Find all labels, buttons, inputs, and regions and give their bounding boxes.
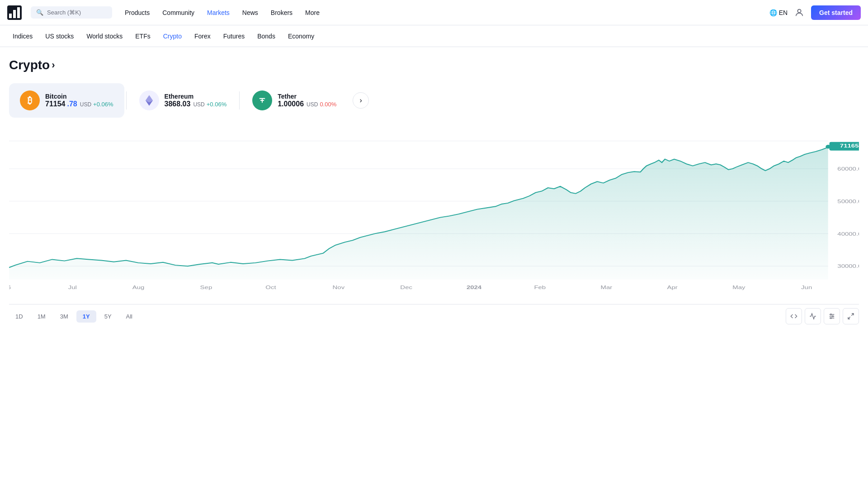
bitcoin-price: 71154.78 USD +0.06% xyxy=(45,100,113,108)
svg-text:6: 6 xyxy=(9,284,11,290)
bitcoin-price-main: 71154 xyxy=(45,100,66,108)
svg-line-42 xyxy=(848,317,850,319)
svg-line-41 xyxy=(851,314,854,316)
nav-community[interactable]: Community xyxy=(157,6,200,19)
tether-icon xyxy=(252,90,272,110)
cards-next-button[interactable]: › xyxy=(353,92,369,109)
chart-type-button[interactable] xyxy=(805,308,821,324)
nav-brokers[interactable]: Brokers xyxy=(265,6,298,19)
lang-label: EN xyxy=(779,9,788,16)
svg-text:Sep: Sep xyxy=(200,284,212,290)
page-title-text: Crypto xyxy=(9,58,50,72)
nav-markets[interactable]: Markets xyxy=(202,6,235,19)
nav-items: Products Community Markets News Brokers … xyxy=(119,6,766,19)
subnav-futures[interactable]: Futures xyxy=(218,30,250,43)
nav-news[interactable]: News xyxy=(237,6,264,19)
bitcoin-change: +0.06% xyxy=(93,101,113,108)
tether-name: Tether xyxy=(278,93,336,100)
chart-container: 71165.34 60000.00 50000.00 40000.00 3000… xyxy=(9,127,859,299)
ethereum-icon xyxy=(139,90,159,110)
page-title-arrow: › xyxy=(52,59,55,71)
subnav-crypto[interactable]: Crypto xyxy=(158,30,187,43)
svg-text:60000.00: 60000.00 xyxy=(837,166,859,172)
svg-text:71165.34: 71165.34 xyxy=(840,143,859,149)
svg-text:Mar: Mar xyxy=(601,284,613,290)
tether-price: 1.00006 USD 0.00% xyxy=(278,100,336,108)
svg-rect-1 xyxy=(9,14,12,18)
svg-text:May: May xyxy=(732,284,745,290)
bitcoin-price-decimal: .78 xyxy=(67,100,77,108)
svg-text:40000.00: 40000.00 xyxy=(837,231,859,237)
ethereum-info: Ethereum 3868.03 USD +0.06% xyxy=(165,93,227,108)
svg-point-38 xyxy=(830,314,832,315)
ethereum-change: +0.06% xyxy=(207,101,226,108)
tether-change: 0.00% xyxy=(320,101,336,108)
tether-info: Tether 1.00006 USD 0.00% xyxy=(278,93,336,108)
subnav-world-stocks[interactable]: World stocks xyxy=(81,30,128,43)
ethereum-price-main: 3868.03 xyxy=(165,100,191,108)
svg-rect-2 xyxy=(13,10,16,18)
svg-text:Apr: Apr xyxy=(667,284,678,290)
nav-more[interactable]: More xyxy=(300,6,325,19)
chart-tools xyxy=(786,308,859,324)
settings-button[interactable] xyxy=(824,308,840,324)
embed-button[interactable] xyxy=(786,308,802,324)
crypto-card-ethereum[interactable]: Ethereum 3868.03 USD +0.06% xyxy=(128,83,238,118)
ethereum-currency: USD xyxy=(193,101,204,108)
tether-currency: USD xyxy=(307,101,318,108)
search-box[interactable]: 🔍 Search (⌘K) xyxy=(31,6,112,19)
crypto-card-tether[interactable]: Tether 1.00006 USD 0.00% xyxy=(241,83,347,118)
ethereum-name: Ethereum xyxy=(165,93,227,100)
crypto-cards-container: ₿ Bitcoin 71154.78 USD +0.06% Ethereum xyxy=(9,83,859,118)
subnav-economy[interactable]: Economy xyxy=(283,30,320,43)
subnav-us-stocks[interactable]: US stocks xyxy=(40,30,79,43)
svg-point-40 xyxy=(830,318,832,319)
svg-text:Jun: Jun xyxy=(801,284,812,290)
page-title[interactable]: Crypto › xyxy=(9,58,859,72)
time-1d[interactable]: 1D xyxy=(9,310,29,323)
svg-text:Dec: Dec xyxy=(400,284,412,290)
get-started-button[interactable]: Get started xyxy=(811,5,861,20)
svg-rect-3 xyxy=(17,7,20,18)
svg-text:50000.00: 50000.00 xyxy=(837,198,859,204)
chart-controls: 1D 1M 3M 1Y 5Y All xyxy=(9,304,859,328)
bitcoin-icon: ₿ xyxy=(20,90,40,110)
svg-text:Oct: Oct xyxy=(265,284,276,290)
svg-point-39 xyxy=(832,316,834,317)
svg-text:Jul: Jul xyxy=(68,284,77,290)
bitcoin-info: Bitcoin 71154.78 USD +0.06% xyxy=(45,93,113,108)
time-5y[interactable]: 5Y xyxy=(98,310,118,323)
language-selector[interactable]: 🌐 EN xyxy=(769,9,788,16)
main-content: Crypto › ₿ Bitcoin 71154.78 USD +0.06% xyxy=(0,47,868,328)
price-chart: 71165.34 60000.00 50000.00 40000.00 3000… xyxy=(9,127,859,299)
time-1m[interactable]: 1M xyxy=(31,310,52,323)
user-menu[interactable] xyxy=(793,6,806,19)
time-3m[interactable]: 3M xyxy=(54,310,75,323)
fullscreen-button[interactable] xyxy=(843,308,859,324)
svg-text:2024: 2024 xyxy=(467,284,482,290)
subnav-bonds[interactable]: Bonds xyxy=(252,30,281,43)
top-navigation: 🔍 Search (⌘K) Products Community Markets… xyxy=(0,0,868,25)
tether-price-main: 1.00006 xyxy=(278,100,304,108)
time-1y[interactable]: 1Y xyxy=(76,310,96,323)
search-icon: 🔍 xyxy=(36,9,43,16)
search-placeholder: Search (⌘K) xyxy=(47,9,81,16)
time-all[interactable]: All xyxy=(120,310,139,323)
ethereum-price: 3868.03 USD +0.06% xyxy=(165,100,227,108)
nav-products[interactable]: Products xyxy=(119,6,155,19)
time-range-buttons: 1D 1M 3M 1Y 5Y All xyxy=(9,310,139,323)
nav-right: 🌐 EN Get started xyxy=(769,5,861,20)
globe-icon: 🌐 xyxy=(769,9,777,16)
sub-navigation: Indices US stocks World stocks ETFs Cryp… xyxy=(0,25,868,47)
subnav-etfs[interactable]: ETFs xyxy=(130,30,156,43)
svg-text:30000.00: 30000.00 xyxy=(837,263,859,269)
crypto-card-bitcoin[interactable]: ₿ Bitcoin 71154.78 USD +0.06% xyxy=(9,83,124,118)
subnav-forex[interactable]: Forex xyxy=(189,30,216,43)
svg-text:Aug: Aug xyxy=(132,284,145,290)
svg-text:Feb: Feb xyxy=(534,284,546,290)
subnav-indices[interactable]: Indices xyxy=(7,30,38,43)
svg-point-4 xyxy=(797,9,801,12)
logo[interactable] xyxy=(7,5,22,20)
card-divider-1 xyxy=(126,91,127,109)
bitcoin-name: Bitcoin xyxy=(45,93,113,100)
